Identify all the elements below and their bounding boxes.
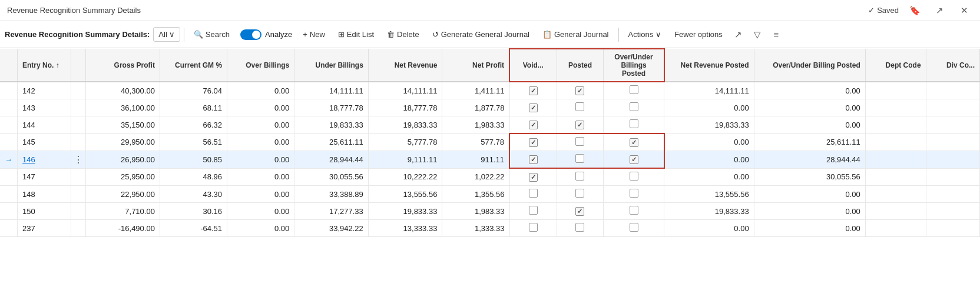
entry-no-cell: 237 xyxy=(18,220,71,237)
voided-checkbox[interactable] xyxy=(529,121,538,129)
search-icon: 🔍 xyxy=(194,30,203,39)
share-button[interactable]: ↗ xyxy=(931,2,948,19)
actions-button[interactable]: Actions ∨ xyxy=(623,27,668,42)
posted-cell[interactable] xyxy=(557,203,604,220)
net-profit-cell: 911.11 xyxy=(442,151,509,169)
fewer-options-button[interactable]: Fewer options xyxy=(668,27,729,42)
th-under-billings[interactable]: Under Billings xyxy=(294,49,369,82)
saved-status: ✓ Saved xyxy=(868,6,899,15)
voided-checkbox[interactable] xyxy=(529,103,538,112)
voided-cell[interactable] xyxy=(509,203,557,220)
current-gm-cell: 68.11 xyxy=(160,99,227,116)
over-under-billings-posted-cell[interactable] xyxy=(604,82,664,99)
th-net-revenue-posted[interactable]: Net Revenue Posted xyxy=(664,49,754,82)
th-over-billings[interactable]: Over Billings xyxy=(227,49,294,82)
voided-checkbox[interactable] xyxy=(529,223,538,232)
th-dept-code[interactable]: Dept Code xyxy=(865,49,926,82)
menu-toolbar-button[interactable]: ≡ xyxy=(767,26,785,44)
posted-cell[interactable] xyxy=(557,99,604,116)
posted-checkbox[interactable] xyxy=(575,207,584,216)
over-under-billings-posted-checkbox[interactable] xyxy=(630,206,638,215)
posted-checkbox[interactable] xyxy=(575,102,584,111)
posted-cell[interactable] xyxy=(557,151,604,169)
voided-checkbox[interactable] xyxy=(529,206,538,215)
th-gross-profit[interactable]: Gross Profit xyxy=(86,49,160,82)
share-toolbar-button[interactable]: ↗ xyxy=(730,26,747,44)
general-journal-button[interactable]: 📋 General Journal xyxy=(537,27,615,42)
new-button[interactable]: + New xyxy=(297,27,331,42)
net-profit-cell: 577.78 xyxy=(442,133,509,151)
th-over-under-billing-posted[interactable]: Over/Under Billing Posted xyxy=(754,49,865,82)
posted-cell[interactable] xyxy=(557,186,604,203)
posted-checkbox[interactable] xyxy=(575,189,584,198)
voided-cell[interactable] xyxy=(509,82,557,99)
voided-cell[interactable] xyxy=(509,99,557,116)
voided-cell[interactable] xyxy=(509,220,557,237)
over-under-billings-posted-checkbox[interactable] xyxy=(630,189,638,198)
over-under-billings-posted-checkbox[interactable] xyxy=(630,223,638,232)
voided-cell[interactable] xyxy=(509,168,557,186)
over-under-billings-posted-cell[interactable] xyxy=(604,220,664,237)
context-menu-button[interactable]: ⋮ xyxy=(72,154,84,165)
delete-button[interactable]: 🗑 Delete xyxy=(381,27,425,42)
voided-checkbox[interactable] xyxy=(529,138,538,147)
generate-journal-button[interactable]: ↺ Generate General Journal xyxy=(426,27,535,42)
over-under-billings-posted-checkbox[interactable] xyxy=(630,172,638,181)
voided-checkbox[interactable] xyxy=(529,189,538,198)
entry-no-link[interactable]: 146 xyxy=(22,155,35,164)
voided-checkbox[interactable] xyxy=(529,155,538,164)
th-current-gm[interactable]: Current GM % xyxy=(160,49,227,82)
over-billings-cell: 0.00 xyxy=(227,203,294,220)
th-voided[interactable]: Void... xyxy=(509,49,557,82)
voided-cell[interactable] xyxy=(509,116,557,134)
over-under-billings-posted-cell[interactable] xyxy=(604,99,664,116)
voided-cell[interactable] xyxy=(509,133,557,151)
close-button[interactable]: ✕ xyxy=(955,2,973,19)
over-under-billings-posted-cell[interactable] xyxy=(604,168,664,186)
gross-profit-cell: 36,100.00 xyxy=(86,99,160,116)
voided-cell[interactable] xyxy=(509,151,557,169)
analyze-switch[interactable] xyxy=(240,29,261,40)
voided-cell[interactable] xyxy=(509,186,557,203)
posted-checkbox[interactable] xyxy=(575,86,584,95)
posted-checkbox[interactable] xyxy=(575,137,584,146)
over-under-billings-posted-checkbox[interactable] xyxy=(630,155,638,164)
filter-toolbar-button[interactable]: ▽ xyxy=(749,26,766,44)
posted-checkbox[interactable] xyxy=(575,172,584,181)
over-under-billings-posted-cell[interactable] xyxy=(604,116,664,134)
posted-cell[interactable] xyxy=(557,220,604,237)
bookmark-button[interactable]: 🔖 xyxy=(906,2,923,19)
posted-checkbox[interactable] xyxy=(575,121,584,129)
posted-cell[interactable] xyxy=(557,116,604,134)
dots-cell[interactable]: ⋮ xyxy=(71,151,86,169)
toolbar: Revenue Recognition Summary Details: All… xyxy=(0,21,980,48)
th-net-revenue[interactable]: Net Revenue xyxy=(368,49,442,82)
posted-cell[interactable] xyxy=(557,82,604,99)
posted-cell[interactable] xyxy=(557,133,604,151)
over-under-billings-posted-checkbox[interactable] xyxy=(630,85,638,94)
table-row: 14725,950.0048.960.0030,055.5610,222.221… xyxy=(0,168,980,186)
posted-cell[interactable] xyxy=(557,168,604,186)
posted-checkbox[interactable] xyxy=(575,154,584,163)
analyze-toggle[interactable]: Analyze xyxy=(237,29,296,40)
posted-checkbox[interactable] xyxy=(575,223,584,232)
over-under-billings-posted-checkbox[interactable] xyxy=(630,102,638,111)
over-under-billings-posted-checkbox[interactable] xyxy=(630,138,638,147)
voided-checkbox[interactable] xyxy=(529,86,538,95)
th-div-code[interactable]: Div Co... xyxy=(926,49,979,82)
over-under-billings-posted-checkbox[interactable] xyxy=(630,119,638,128)
over-under-billings-posted-cell[interactable] xyxy=(604,151,664,169)
search-button[interactable]: 🔍 Search xyxy=(188,27,236,42)
th-entry-no[interactable]: Entry No. ↑ xyxy=(18,49,71,82)
entry-no-cell[interactable]: 146 xyxy=(18,151,71,169)
row-arrow-cell xyxy=(0,186,18,203)
th-over-under-billings-posted[interactable]: Over/UnderBillingsPosted xyxy=(604,49,664,82)
over-under-billings-posted-cell[interactable] xyxy=(604,186,664,203)
over-under-billings-posted-cell[interactable] xyxy=(604,133,664,151)
th-net-profit[interactable]: Net Profit xyxy=(442,49,509,82)
edit-list-button[interactable]: ⊞ Edit List xyxy=(332,27,380,42)
filter-all-button[interactable]: All ∨ xyxy=(153,27,180,42)
th-posted[interactable]: Posted xyxy=(557,49,604,82)
voided-checkbox[interactable] xyxy=(529,173,538,182)
over-under-billings-posted-cell[interactable] xyxy=(604,203,664,220)
